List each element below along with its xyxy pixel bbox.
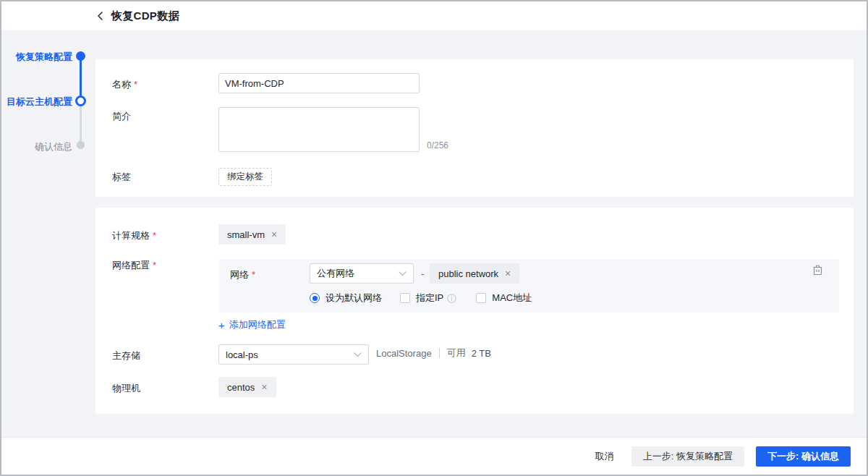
step-connector-todo [80,101,82,145]
required-mark: * [252,269,255,280]
add-network-link[interactable]: + 添加网络配置 [218,318,286,331]
step-connector-done [80,56,82,101]
step-dot-pending [77,141,85,149]
physical-host-label: 物理机 [112,382,140,395]
separator-dash: - [421,268,424,279]
mac-address-checkbox[interactable] [476,293,486,303]
physical-host-tag-label: centos [227,382,255,393]
close-icon[interactable]: × [505,268,511,279]
chevron-down-icon [354,352,362,357]
cancel-button[interactable]: 取消 [592,446,617,467]
app-window: 恢复CDP数据 恢复策略配置 目标云主机配置 确认信息 名称* 简介 0/256… [0,0,868,476]
required-mark: * [153,230,156,241]
network-config-panel: 网络* 公有网络 - public network × 设为默认网络 指定IP [218,259,839,313]
basic-info-card: 名称* 简介 0/256 标签 绑定标签 [95,59,854,197]
trash-icon [812,264,823,276]
close-icon[interactable]: × [271,229,277,239]
storage-available-value: 2 TB [472,348,491,359]
storage-type: LocalStorage [376,348,432,359]
required-mark: * [134,79,137,90]
network-config-label: 网络配置* [112,259,156,272]
step-item-confirm: 确认信息 [1,140,72,153]
default-network-label: 设为默认网络 [326,292,382,305]
chevron-left-icon [96,11,105,21]
next-step-button[interactable]: 下一步: 确认信息 [756,446,851,467]
step-dot-completed [76,51,85,61]
page-title: 恢复CDP数据 [111,9,179,23]
assign-ip-label: 指定IP [416,292,443,305]
tag-label: 标签 [112,171,131,184]
step-item-recovery-policy[interactable]: 恢复策略配置 [1,51,72,64]
name-input[interactable] [218,73,420,93]
footer-bar: 取消 上一步: 恢复策略配置 下一步: 确认信息 [1,437,867,475]
host-config-card: 计算规格* small-vm × 网络配置* 网络* 公有网络 - public… [95,208,854,414]
network-type-value: 公有网络 [317,267,354,280]
wizard-steps: 恢复策略配置 目标云主机配置 确认信息 [1,30,95,437]
content-area: 恢复策略配置 目标云主机配置 确认信息 名称* 简介 0/256 标签 绑定标签… [1,30,867,437]
required-mark: * [153,260,156,271]
storage-info: LocalStorage 可用 2 TB [376,347,491,360]
network-type-select[interactable]: 公有网络 [310,263,414,284]
delete-network-button[interactable] [812,264,823,276]
storage-available-label: 可用 [447,347,466,360]
divider [439,348,440,358]
step-item-target-vm[interactable]: 目标云主机配置 [1,95,72,109]
primary-storage-label: 主存储 [112,349,140,362]
default-network-radio[interactable] [310,293,320,303]
plus-icon: + [218,320,225,331]
name-label: 名称* [112,78,137,91]
primary-storage-select[interactable]: local-ps [218,344,369,365]
compute-spec-tag-label: small-vm [227,229,265,240]
physical-host-tag: centos × [218,377,276,397]
bind-tag-button[interactable]: 绑定标签 [218,168,272,186]
add-network-label: 添加网络配置 [229,318,286,331]
compute-spec-label: 计算规格* [112,229,156,242]
compute-spec-tag: small-vm × [218,224,286,245]
close-icon[interactable]: × [261,382,267,392]
chevron-down-icon [399,271,407,276]
assign-ip-checkbox[interactable] [400,293,410,303]
char-counter: 0/256 [427,140,448,150]
network-label: 网络* [230,268,255,281]
mac-address-label: MAC地址 [492,292,532,305]
network-tag: public network × [430,263,519,284]
prev-step-button[interactable]: 上一步: 恢复策略配置 [631,446,744,467]
back-button[interactable] [96,11,105,21]
primary-storage-value: local-ps [226,349,258,360]
step-dot-current [75,95,86,106]
network-options-row: 设为默认网络 指定IP MAC地址 [310,292,532,305]
network-tag-label: public network [438,268,498,279]
info-icon[interactable] [447,294,456,303]
description-label: 简介 [112,110,131,123]
page-header: 恢复CDP数据 [1,1,867,30]
description-textarea[interactable] [218,107,420,152]
